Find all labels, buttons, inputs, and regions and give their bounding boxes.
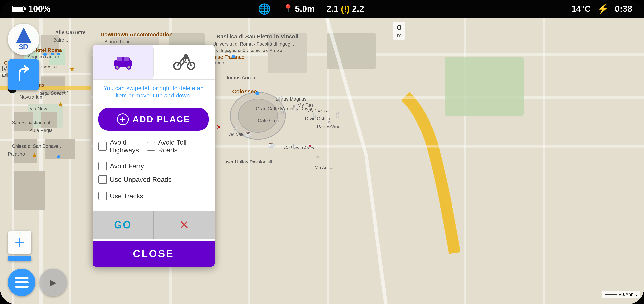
- map-label-palatino: Chiesa di San Bonave...: [12, 144, 62, 149]
- svg-rect-50: [117, 57, 122, 61]
- svg-marker-43: [26, 66, 30, 71]
- label-unpaved: Use Unpaved Roads: [110, 176, 172, 183]
- map-label-downtown: Downtown Accommodation: [100, 31, 173, 38]
- restaurant-icon-6: 🍴: [232, 126, 238, 132]
- add-place-icon: +: [117, 113, 129, 125]
- svg-point-36: [238, 99, 278, 133]
- temp-display: 14°C: [572, 4, 591, 14]
- glass-icon: 🍷: [307, 144, 313, 149]
- go-label: GO: [114, 219, 132, 231]
- map-area[interactable]: Alle Carrette Baire... Hotel Roma Angeli…: [0, 18, 644, 304]
- map-label-cafe: Cafe Cafe: [258, 118, 279, 123]
- gps-display: 📍 5.0m: [283, 4, 315, 14]
- map-label-aula-regia: San Sebastiano al P.: [12, 120, 55, 125]
- map-label-baire: Baire...: [53, 37, 68, 43]
- device-frame: 100% 🌐 📍 5.0m 2.1 (!) 2.2 14°C ⚡ 0:38: [0, 0, 644, 304]
- cancel-icon: ✕: [179, 218, 189, 232]
- zoom-out-button[interactable]: [8, 256, 32, 261]
- zoom-in-button[interactable]: +: [8, 231, 32, 254]
- hamburger-icon: [15, 277, 28, 288]
- option-avoid-ferry[interactable]: Avoid Ferry: [98, 162, 144, 170]
- action-buttons: GO ✕: [92, 211, 214, 239]
- checkbox-unpaved[interactable]: [98, 175, 107, 184]
- cross-red-1: ✕: [216, 124, 221, 130]
- map-label-via-ann: Via Ann...: [315, 165, 334, 170]
- back-arrow-icon: ◄: [48, 276, 58, 289]
- map-label-san-sebastiano: Via Nova: [30, 106, 48, 112]
- bluetooth-icon: ⚡: [597, 3, 609, 14]
- add-place-button[interactable]: + ADD PLACE: [98, 108, 209, 131]
- map-label-alle-carrette: Alle Carrette: [55, 29, 86, 36]
- restaurant-icon-1: 🍴: [291, 104, 299, 112]
- battery-icon: [12, 6, 24, 12]
- checkbox-avoid-toll[interactable]: [147, 142, 155, 151]
- scale-indicator: 0 m: [393, 22, 405, 40]
- restaurant-icon-5: 🍴: [280, 108, 286, 114]
- checkbox-avoid-highways[interactable]: [98, 142, 107, 151]
- cancel-button[interactable]: ✕: [154, 211, 214, 239]
- coffee-icon-2: ☕: [268, 141, 276, 148]
- turn-right-icon: [14, 65, 34, 85]
- map-label-colosseo: Colosseo: [232, 88, 257, 95]
- label-avoid-toll: Avoid TollRoads: [158, 139, 186, 154]
- restaurant-icon-2: 🍴: [311, 112, 318, 119]
- bottom-controls: ◄: [8, 269, 67, 296]
- map-label-domus: Domus Aurea: [224, 75, 256, 81]
- globe-icon: 🌐: [258, 3, 271, 15]
- nav-controls: 3D: [8, 23, 39, 90]
- option-avoid-highways[interactable]: AvoidHighways: [98, 139, 139, 154]
- compass-arrow-icon: [16, 27, 32, 43]
- svg-rect-37: [445, 57, 524, 116]
- label-avoid-ferry: Avoid Ferry: [110, 162, 144, 170]
- back-button[interactable]: ◄: [39, 269, 67, 296]
- map-label-via-labica: Via Labica...: [307, 108, 331, 113]
- status-bar: 100% 🌐 📍 5.0m 2.1 (!) 2.2 14°C ⚡ 0:38: [0, 0, 644, 18]
- label-tracks: Use Tracks: [110, 192, 143, 200]
- restaurant-icon-7: 🍴: [291, 144, 298, 150]
- compass-button[interactable]: 3D: [8, 23, 39, 55]
- svg-rect-18: [14, 170, 45, 210]
- tab-car[interactable]: [92, 45, 153, 79]
- svg-rect-51: [124, 57, 129, 61]
- colosseo-dot: [256, 91, 260, 95]
- route-options: AvoidHighways Avoid TollRoads Avoid Ferr…: [92, 135, 214, 209]
- go-button[interactable]: GO: [92, 211, 154, 239]
- turn-indicator[interactable]: [8, 59, 39, 90]
- swipe-hint: You can swipe left or right to delete an…: [92, 80, 214, 104]
- restaurant-icon-4: 🍴: [278, 96, 284, 102]
- add-place-label: ADD PLACE: [133, 114, 190, 124]
- restaurant-icon-3: 🍴: [327, 120, 334, 126]
- map-dot-1: [232, 55, 235, 58]
- options-row-1: AvoidHighways Avoid TollRoads Avoid Ferr…: [98, 139, 209, 170]
- map-label-oyer: oyer Unitas Passionisti: [224, 159, 272, 165]
- map-label-via-nova: degli Specchi: [39, 90, 68, 96]
- coffee-icon-1: ☕: [244, 130, 252, 137]
- checkbox-avoid-ferry[interactable]: [98, 162, 107, 170]
- close-button[interactable]: CLOSE: [92, 241, 214, 267]
- checkbox-tracks[interactable]: [98, 192, 107, 200]
- option-avoid-toll[interactable]: Avoid TollRoads: [147, 139, 186, 154]
- bike-icon: [172, 53, 196, 71]
- svg-point-48: [116, 66, 119, 69]
- map-label-basilica: Basilica di San Pietro in Vincoli: [216, 33, 298, 40]
- speed-warning-display: 2.1 (!) 2.2: [326, 4, 364, 14]
- option-tracks[interactable]: Use Tracks: [98, 192, 143, 200]
- battery-percent: 100%: [28, 4, 50, 14]
- svg-rect-2: [39, 18, 42, 304]
- map-label-loggia: Palatino: [8, 151, 25, 157]
- car-icon: [112, 53, 134, 71]
- compass-3d-label: 3D: [19, 43, 28, 51]
- time-display: 0:38: [615, 4, 632, 14]
- map-label-universita1: Università di Roma - Facoltà di Ingegr..…: [212, 41, 296, 47]
- restaurant-icon-9: 🍴: [334, 112, 341, 118]
- map-label-chiesa: Aula Regia: [30, 128, 52, 133]
- transport-tabs: [92, 45, 214, 80]
- tab-bike[interactable]: [154, 45, 214, 79]
- scale-bar: Via Ann...: [602, 291, 640, 298]
- svg-point-54: [184, 54, 188, 58]
- menu-button[interactable]: [8, 269, 36, 296]
- map-label-universita2: o di Ingegneria Civile, Edile e Arribie: [212, 48, 282, 53]
- zoom-controls: +: [8, 231, 32, 261]
- route-planner-modal: You can swipe left or right to delete an…: [92, 45, 214, 267]
- option-unpaved[interactable]: Use Unpaved Roads: [98, 175, 172, 184]
